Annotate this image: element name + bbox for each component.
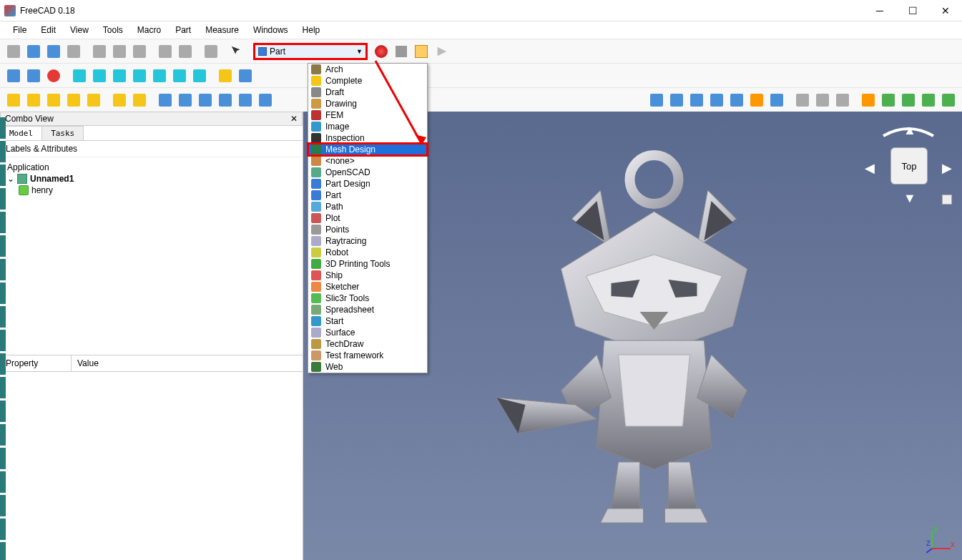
- workbench-option-sketcher[interactable]: Sketcher: [308, 281, 427, 293]
- model-tree[interactable]: Application ⌄Unnamed1 henry: [0, 157, 303, 355]
- loft-icon[interactable]: [879, 91, 898, 109]
- view-left-icon[interactable]: [190, 67, 209, 85]
- navigation-cube[interactable]: ▲ ◀ ▶ ▼ Top: [869, 119, 948, 205]
- tab-model[interactable]: Model: [0, 126, 42, 140]
- refresh-icon[interactable]: [202, 42, 220, 61]
- measure-icon[interactable]: [216, 67, 235, 85]
- workbench-option-raytracing[interactable]: Raytracing: [308, 235, 427, 247]
- part-box-icon[interactable]: [4, 91, 23, 109]
- part-builder-icon[interactable]: [130, 91, 149, 109]
- workbench-option-robot[interactable]: Robot: [308, 247, 427, 258]
- nav-right-arrow[interactable]: ▶: [942, 160, 952, 176]
- view-top-icon[interactable]: [110, 67, 129, 85]
- workbench-option-part[interactable]: Part: [308, 190, 427, 201]
- macro-play-icon[interactable]: [432, 42, 451, 61]
- workbench-option-drawing[interactable]: Drawing: [308, 98, 427, 109]
- part-chamfer-icon[interactable]: [236, 91, 255, 109]
- part-common-icon[interactable]: [727, 91, 746, 109]
- part-cross-icon[interactable]: [833, 91, 852, 109]
- tree-object[interactable]: henry: [31, 185, 53, 195]
- workbench-option-inspection[interactable]: Inspection: [308, 132, 427, 144]
- menu-tools[interactable]: Tools: [97, 24, 129, 36]
- part-primitives-icon[interactable]: [110, 91, 129, 109]
- macro-stop-icon[interactable]: [392, 42, 411, 61]
- menu-help[interactable]: Help: [297, 24, 326, 36]
- paste-icon[interactable]: [130, 42, 149, 61]
- expand-icon[interactable]: ⌄: [7, 174, 14, 184]
- workbench-option-openscad[interactable]: OpenSCAD: [308, 167, 427, 178]
- macro-record-icon[interactable]: [372, 42, 391, 61]
- panel-close-icon[interactable]: ✕: [290, 114, 298, 124]
- close-button[interactable]: ✕: [929, 0, 962, 21]
- workbench-dropdown[interactable]: ArchCompleteDraftDrawingFEMImageInspecti…: [308, 63, 428, 373]
- workbench-option-slic3r-tools[interactable]: Slic3r Tools: [308, 293, 427, 304]
- part-cone-icon[interactable]: [64, 91, 83, 109]
- zoom-selection-icon[interactable]: [24, 67, 43, 85]
- draw-style-icon[interactable]: [44, 67, 63, 85]
- part-boolean-icon[interactable]: [667, 91, 686, 109]
- view-right-icon[interactable]: [130, 67, 149, 85]
- menu-file[interactable]: File: [7, 24, 32, 36]
- workbench-option-ship[interactable]: Ship: [308, 270, 427, 281]
- workbench-option-arch[interactable]: Arch: [308, 64, 427, 75]
- redo-icon[interactable]: [176, 42, 195, 61]
- make-face-icon[interactable]: [859, 91, 878, 109]
- part-extrude-icon[interactable]: [156, 91, 175, 109]
- nav-down-arrow[interactable]: ▼: [903, 191, 916, 206]
- menu-edit[interactable]: Edit: [35, 24, 62, 36]
- workbench-option-part-design[interactable]: Part Design: [308, 178, 427, 190]
- part-cut-icon[interactable]: [687, 91, 706, 109]
- part-sphere-icon[interactable]: [44, 91, 63, 109]
- menu-view[interactable]: View: [64, 24, 94, 36]
- part-mirror-icon[interactable]: [196, 91, 215, 109]
- part-fuse-icon[interactable]: [707, 91, 726, 109]
- new-icon[interactable]: [4, 42, 23, 61]
- view-bottom-icon[interactable]: [170, 67, 189, 85]
- workbench-option-path[interactable]: Path: [308, 201, 427, 212]
- tree-document[interactable]: Unnamed1: [30, 174, 74, 184]
- workbench-option-complete[interactable]: Complete: [308, 75, 427, 87]
- macro-edit-icon[interactable]: [412, 42, 431, 61]
- menu-macro[interactable]: Macro: [132, 24, 167, 36]
- menu-measure[interactable]: Measure: [200, 24, 245, 36]
- view-front-icon[interactable]: [90, 67, 109, 85]
- offset-icon[interactable]: [919, 91, 938, 109]
- zoom-fit-icon[interactable]: [4, 67, 23, 85]
- workbench-option-fem[interactable]: FEM: [308, 109, 427, 121]
- part-ruled-icon[interactable]: [256, 91, 275, 109]
- part-check-icon[interactable]: [793, 91, 812, 109]
- navcube-mini[interactable]: [942, 195, 952, 205]
- workbench-option--none-[interactable]: <none>: [308, 155, 427, 167]
- workbench-option-3d-printing-tools[interactable]: 3D Printing Tools: [308, 258, 427, 270]
- sweep-icon[interactable]: [899, 91, 918, 109]
- whatsthis-icon[interactable]: [227, 42, 246, 61]
- nav-left-arrow[interactable]: ◀: [865, 160, 875, 176]
- nav-up-arrow[interactable]: ▲: [903, 123, 916, 138]
- workbench-option-techdraw[interactable]: TechDraw: [308, 338, 427, 350]
- workbench-option-points[interactable]: Points: [308, 224, 427, 235]
- maximize-button[interactable]: ☐: [896, 0, 929, 21]
- part-fillet-icon[interactable]: [216, 91, 235, 109]
- part-revolve-icon[interactable]: [176, 91, 195, 109]
- part-split-icon[interactable]: [767, 91, 786, 109]
- measure2-icon[interactable]: [236, 67, 255, 85]
- workbench-option-image[interactable]: Image: [308, 121, 427, 132]
- part-cylinder-icon[interactable]: [24, 91, 43, 109]
- view-iso-icon[interactable]: [70, 67, 89, 85]
- menu-windows[interactable]: Windows: [247, 24, 294, 36]
- workbench-option-spreadsheet[interactable]: Spreadsheet: [308, 304, 427, 315]
- undo-icon[interactable]: [156, 42, 175, 61]
- workbench-option-web[interactable]: Web: [308, 361, 427, 373]
- workbench-option-draft[interactable]: Draft: [308, 87, 427, 98]
- tab-tasks[interactable]: Tasks: [41, 126, 84, 140]
- workbench-option-plot[interactable]: Plot: [308, 212, 427, 224]
- part-compound-icon[interactable]: [647, 91, 666, 109]
- part-section-icon[interactable]: [813, 91, 832, 109]
- part-torus-icon[interactable]: [84, 91, 103, 109]
- workbench-selector[interactable]: Part ▼: [253, 43, 368, 60]
- menu-part[interactable]: Part: [170, 24, 197, 36]
- thickness-icon[interactable]: [939, 91, 958, 109]
- part-join-icon[interactable]: [747, 91, 766, 109]
- save-icon[interactable]: [44, 42, 63, 61]
- navcube-face[interactable]: Top: [890, 147, 928, 185]
